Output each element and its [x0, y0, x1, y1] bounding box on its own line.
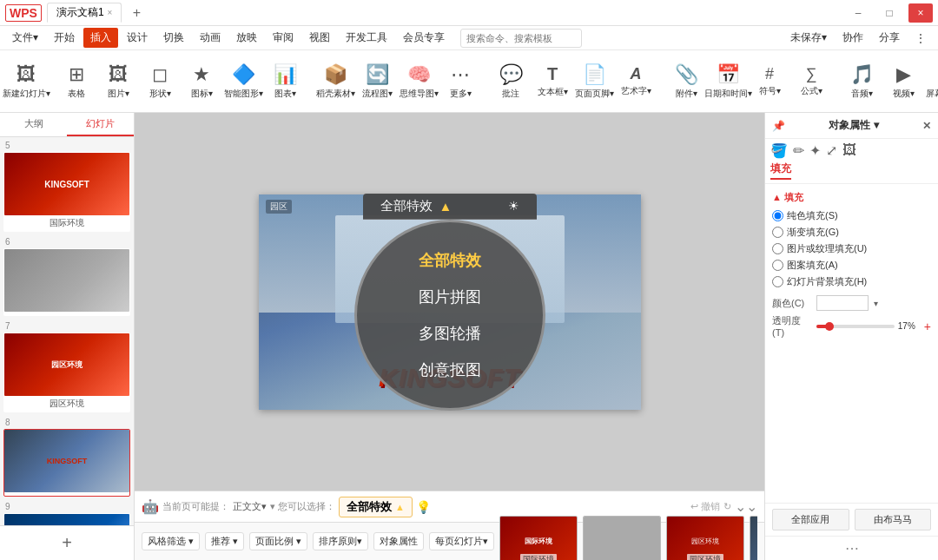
fill-gradient-radio[interactable]: 渐变填充(G): [772, 226, 931, 239]
effect-item-carousel[interactable]: 多图轮播: [376, 318, 524, 349]
slide-item[interactable]: 园区环境 园区环境: [3, 513, 130, 525]
slide-item-active[interactable]: KINGSOFT: [3, 429, 130, 497]
menu-developer[interactable]: 开发工具: [339, 28, 394, 48]
fill-pattern-radio[interactable]: 图案填充(A): [772, 259, 931, 272]
fill-solid-radio[interactable]: 纯色填充(S): [772, 209, 931, 222]
style-filter-button[interactable]: 风格筛选 ▾: [142, 532, 200, 550]
transparency-add-icon[interactable]: +: [924, 320, 931, 333]
menu-animation[interactable]: 动画: [193, 28, 228, 48]
document-tab[interactable]: 演示文稿1 ×: [47, 3, 122, 23]
effect-arrow-icon: ▲: [395, 502, 405, 512]
apply-all-button[interactable]: 全部应用: [772, 509, 849, 530]
transparency-thumb[interactable]: [825, 322, 834, 331]
menu-share[interactable]: 分享: [872, 28, 907, 48]
attr-button[interactable]: 对象属性: [373, 532, 424, 550]
add-slide-button[interactable]: +: [0, 525, 134, 560]
toolbar-comment[interactable]: 💬 批注: [492, 62, 530, 102]
maximize-button[interactable]: □: [877, 3, 902, 23]
effect-item-collage[interactable]: 图片拼图: [376, 281, 524, 313]
effect-item-all[interactable]: 全部特效: [376, 245, 524, 276]
color-picker[interactable]: [816, 295, 869, 311]
effect-item-cutout[interactable]: 创意抠图: [376, 354, 524, 385]
menu-transition[interactable]: 切换: [156, 28, 191, 48]
sort-button[interactable]: 排序原则▾: [313, 532, 368, 550]
toolbar-smart-shape[interactable]: 🔷 智能图形▾: [224, 62, 262, 102]
toolbar-record[interactable]: ⏺ 屏幕录制▾: [926, 62, 938, 102]
slide-label: 园区环境: [4, 396, 129, 412]
menu-insert[interactable]: 插入: [83, 28, 118, 48]
toolbar-material[interactable]: 📦 稻壳素材▾: [316, 62, 354, 102]
toolbar-footer[interactable]: 📄 页面页脚▾: [575, 62, 613, 102]
tab-outline[interactable]: 大纲: [0, 113, 67, 136]
toolbar-wordart[interactable]: A 艺术字▾: [617, 63, 655, 99]
menu-more[interactable]: ⋮: [908, 30, 933, 47]
video-label: 视频▾: [893, 88, 915, 100]
close-button[interactable]: ×: [908, 3, 933, 23]
slide-item[interactable]: 园区环境 园区环境: [3, 333, 130, 412]
tab-slides[interactable]: 幻灯片: [67, 113, 134, 136]
toolbar-chart[interactable]: 📊 图表▾: [266, 62, 304, 102]
toolbar-table[interactable]: ⊞ 表格: [57, 62, 96, 102]
menu-collaborate[interactable]: 协作: [836, 28, 870, 48]
effect-icon[interactable]: ✦: [809, 142, 821, 159]
menu-file[interactable]: 文件▾: [5, 28, 45, 48]
toolbar-icon[interactable]: ★ 图标▾: [182, 62, 221, 102]
slide-item[interactable]: [3, 248, 130, 316]
right-panel-expand-button[interactable]: ⋯: [765, 536, 938, 560]
toolbar-shape[interactable]: ◻ 形状▾: [141, 62, 179, 102]
toolbar-video[interactable]: ▶ 视频▾: [884, 62, 922, 102]
toolbar-formula[interactable]: ∑ 公式▾: [792, 63, 830, 99]
list-item[interactable]: 园区环境 园区环境: [666, 516, 744, 561]
fill-icon[interactable]: 🪣: [770, 142, 788, 159]
fill-picture-radio[interactable]: 图片或纹理填充(U): [772, 242, 931, 255]
size-icon[interactable]: ⤢: [826, 142, 837, 159]
lightbulb-icon[interactable]: 💡: [416, 500, 431, 514]
fill-background-radio[interactable]: 幻灯片背景填充(H): [772, 275, 931, 288]
toolbar-symbol[interactable]: # 符号▾: [750, 63, 789, 99]
right-panel-close-icon[interactable]: ✕: [922, 120, 931, 132]
effect-settings-icon[interactable]: ☀: [508, 199, 519, 213]
toolbar-datetime[interactable]: 📅 日期和时间▾: [709, 62, 747, 102]
toolbar-image[interactable]: 🖼 图片▾: [99, 62, 137, 102]
menu-view[interactable]: 视图: [302, 28, 337, 48]
minimize-button[interactable]: –: [846, 3, 870, 23]
menu-slideshow[interactable]: 放映: [229, 28, 264, 48]
toolbar-textbox[interactable]: T 文本框▾: [533, 63, 571, 100]
menu-unsaved[interactable]: 未保存▾: [783, 28, 834, 48]
toolbar-audio[interactable]: 🎵 音频▾: [842, 62, 881, 102]
page-ratio-button[interactable]: 页面比例 ▾: [249, 532, 307, 550]
fill-tab-label[interactable]: 填充: [770, 161, 791, 180]
menu-home[interactable]: 开始: [47, 28, 82, 48]
panel-pin-icon[interactable]: 📌: [772, 120, 785, 132]
slide-thumbnail: KINGSOFT: [4, 153, 129, 215]
attach-icon: 📎: [675, 63, 698, 86]
toolbar-mindmap[interactable]: 🧠 思维导图▾: [400, 62, 438, 102]
list-item[interactable]: 国际环境 国际环境: [499, 516, 578, 561]
list-item[interactable]: KINGSOFT 园区环境: [750, 516, 757, 561]
search-input[interactable]: [460, 29, 582, 48]
recommend-button[interactable]: 推荐 ▾: [205, 532, 244, 550]
right-panel-image-icon[interactable]: 🖼: [842, 142, 856, 159]
horse-button[interactable]: 由布马马: [855, 509, 932, 530]
line-icon[interactable]: ✏: [793, 142, 804, 159]
toolbar-new-slide[interactable]: 🖼 新建幻灯片▾: [7, 62, 45, 102]
attr-label: 对象属性: [380, 535, 418, 548]
tab-close-icon[interactable]: ×: [108, 8, 113, 17]
toolbar-more[interactable]: ⋯ 更多▾: [441, 62, 479, 102]
smart-shape-icon: 🔷: [232, 63, 255, 86]
slide-item[interactable]: KINGSOFT 国际环境: [3, 152, 130, 232]
menu-design[interactable]: 设计: [120, 28, 155, 48]
per-page-button[interactable]: 每页幻灯片▾: [429, 532, 494, 550]
effect-panel-button[interactable]: 全部特效 ▲: [339, 497, 413, 517]
transparency-slider[interactable]: [816, 325, 895, 328]
menu-vip[interactable]: 会员专享: [396, 28, 452, 48]
toolbar-attach[interactable]: 📎 附件▾: [667, 62, 705, 102]
collapse-icon[interactable]: ⌄⌄: [735, 498, 757, 515]
new-tab-button[interactable]: +: [127, 3, 146, 23]
color-dropdown-icon[interactable]: ▾: [874, 299, 878, 308]
toolbar-flowchart[interactable]: 🔄 流程图▾: [358, 62, 396, 102]
list-item[interactable]: [583, 516, 661, 561]
datetime-label: 日期和时间▾: [704, 88, 752, 100]
slide-display-area[interactable]: KINGSOFT 园区 全部特效 ▲ ☀ 全部: [135, 113, 764, 491]
menu-review[interactable]: 审阅: [266, 28, 301, 48]
